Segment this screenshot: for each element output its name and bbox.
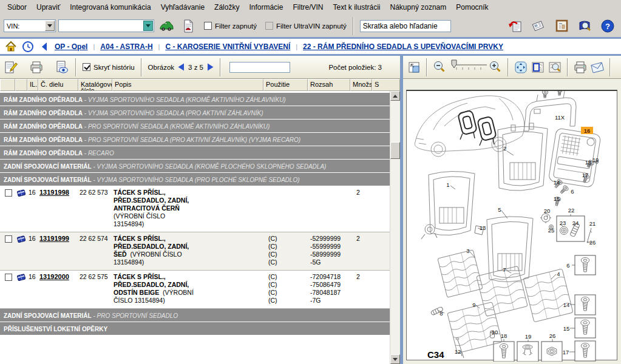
part-number-link[interactable]: 13191998 [39,189,69,196]
group-header-row[interactable]: RÁM ZADNÍHO OPĚRADLA - PRO SPORTOVNÍ SED… [0,120,390,133]
menu-item-3[interactable]: Vyhľadávanie [156,1,209,14]
vin-input[interactable] [58,19,154,32]
group-header-row[interactable]: RÁM ZADNÍHO OPĚRADLA - PRO SPORTOVNÍ SED… [0,133,390,146]
row-checkbox[interactable] [5,235,12,243]
zoom-out-icon[interactable] [432,60,447,75]
table-scrollbar[interactable] [390,91,400,364]
diagram-callout-17[interactable]: 17 [563,349,569,356]
diagram-callout-20[interactable]: 20 [544,207,551,214]
diagram-callout-1[interactable]: 1 [446,181,449,188]
diagram-callout-6[interactable]: 6 [566,262,569,269]
diagram-callout-8[interactable]: 8 [439,310,443,317]
row-checkbox[interactable] [5,189,12,197]
group-header-row[interactable]: RÁM ZADNÍHO OPĚRADLA - RECARO [0,146,390,160]
illustration-sheet[interactable]: 11X1621191817146152022523242125132636749… [406,90,617,360]
part-row[interactable]: 161319199822 62 573TÁCEK S PŘÍSL.,PŘED.S… [0,186,390,232]
print-illustration-icon[interactable] [573,60,588,75]
diagram-callout-9[interactable]: 9 [472,302,475,308]
col-part[interactable]: Č. dielu [38,79,78,91]
previous-image-icon[interactable] [178,63,185,71]
breadcrumb-link-3[interactable]: 22 - RÁM PŘEDNÍHO SEDADLA S UPEVŇOVACÍMI… [303,42,503,51]
diagram-callout-24[interactable]: 24 [572,220,579,226]
back-arrow-icon[interactable] [39,41,51,53]
group-header-row[interactable]: ZADNÍ SPOJOVACÍ MATERIÁL - PRO SPORTOVNÍ… [0,309,390,322]
vehicle-icon[interactable] [159,19,174,33]
menu-item-8[interactable]: Nákupný zoznam [385,1,452,14]
col-desc[interactable]: Popis [112,79,263,91]
help-icon[interactable]: ? [600,19,615,33]
magnify-preview-icon[interactable] [548,60,562,75]
book-search-icon[interactable] [577,19,592,33]
col-il[interactable]: IL. [27,79,38,91]
diagram-callout-14[interactable]: 14 [563,302,570,308]
hide-history-checkbox[interactable] [83,63,90,71]
diagram-callout-13[interactable]: 13 [480,224,486,231]
diagram-callout-21[interactable]: 21 [589,220,596,227]
col-use[interactable]: Použitie [263,79,308,91]
col-range[interactable]: Rozsah [308,79,350,91]
diagram-callout-25[interactable]: 25 [548,227,555,234]
send-mail-icon[interactable] [590,60,605,75]
home-icon[interactable] [5,41,17,53]
zoom-in-icon[interactable] [488,60,503,75]
scroll-down-button[interactable] [390,354,400,364]
menu-item-6[interactable]: Filtre/VIN [288,1,328,14]
breadcrumb-link-1[interactable]: A04 - ASTRA-H [100,42,152,51]
diagram-callout-7[interactable]: 7 [503,266,506,273]
menu-item-2[interactable]: Integrovaná komunikácia [65,1,155,14]
group-header-row[interactable]: ZADNÍ SPOJOVACÍ MATERIÁL - VYJMA SPORTOV… [0,160,390,173]
vin-dropdown-arrow[interactable] [143,21,153,31]
filter-checkbox[interactable] [204,22,212,30]
zoom-slider[interactable] [449,59,489,75]
history-clock-icon[interactable] [22,41,34,53]
diagram-callout-18[interactable]: 18 [501,332,507,339]
breadcrumb-link-0[interactable]: OP - Opel [55,42,87,51]
row-checkbox[interactable] [5,274,12,281]
part-number-link[interactable]: 13191999 [39,235,69,242]
scroll-thumb[interactable] [390,142,400,159]
part-number-link[interactable]: 13192000 [39,273,69,280]
part-info-book-icon[interactable] [16,235,26,243]
menu-item-7[interactable]: Text k ilustrácii [328,1,385,14]
preview-icon[interactable] [55,60,69,75]
notice-board-icon[interactable] [554,19,569,33]
diagram-callout-6[interactable]: 6 [571,188,574,195]
diagram-callout-5[interactable]: 5 [498,206,501,213]
part-info-book-icon[interactable] [16,273,26,281]
diagram-callout-4[interactable]: 4 [557,271,560,277]
fit-to-window-icon[interactable] [407,60,421,75]
diagram-callout-10[interactable]: 10 [492,329,498,335]
menu-item-9[interactable]: Pomocník [451,1,493,14]
edit-note-icon[interactable] [4,60,18,75]
diagram-callout-3[interactable]: 3 [466,248,469,254]
diagram-callout-19[interactable]: 19 [592,157,599,163]
diagram-callout-16[interactable]: 16 [584,127,591,134]
return-document-icon[interactable] [508,19,523,33]
diagram-callout-15[interactable]: 15 [554,195,560,202]
diagram-callout-19[interactable]: 19 [525,333,532,340]
pan-icon[interactable] [514,60,528,75]
diagram-callout-26[interactable]: 26 [589,239,596,246]
shortcut-search-input[interactable] [360,20,451,32]
ultravin-checkbox[interactable] [265,22,273,30]
diagram-callout-11X[interactable]: 11X [555,114,565,121]
vin-type-dropdown-arrow[interactable] [45,21,55,31]
quick-jump-input[interactable] [229,62,290,73]
diagram-callout-23[interactable]: 23 [560,220,566,226]
menu-item-0[interactable]: Súbor [2,1,32,14]
vin-type-select[interactable]: VIN: [4,19,56,32]
col-s[interactable]: S [372,79,400,91]
print-icon[interactable] [29,60,44,75]
col-qty[interactable]: Množst [350,79,372,91]
group-header-row[interactable]: RÁM ZADNÍHO OPĚRADLA - VYJMA SPORTOVNÍHO… [0,106,390,120]
part-info-book-icon[interactable] [16,189,26,197]
menu-item-4[interactable]: Záložky [209,1,244,14]
diagram-callout-17[interactable]: 17 [582,172,589,178]
zoom-region-icon[interactable] [531,60,545,75]
group-header-row[interactable]: RÁM ZADNÍHO OPĚRADLA - VYJMA SPORTOVNÍHO… [0,93,390,106]
diagram-callout-18[interactable]: 18 [585,159,592,166]
diagram-callout-14[interactable]: 14 [554,179,560,186]
part-row[interactable]: 161319200022 62 575TÁCEK S PŘÍSL.,PŘED.S… [0,271,390,309]
menu-item-1[interactable]: Upraviť [32,1,65,14]
breadcrumb-link-2[interactable]: C - KAROSERIE VNITŘNÍ VYBAVENÍ [165,42,290,51]
